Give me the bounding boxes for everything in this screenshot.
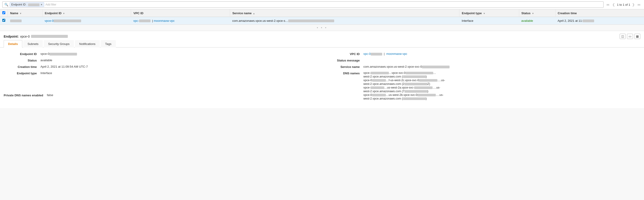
detail-service-name-value: com.amazonaws.vpce.us-west-2.vpce-svc-0 [363, 65, 640, 68]
row-checkbox-cell [0, 17, 8, 24]
detail-vpc-id-link[interactable]: vpc-0 [363, 52, 382, 56]
detail-icon-btn-2[interactable]: ▭ [627, 34, 633, 39]
d5b2 [414, 87, 432, 89]
tab-notifications[interactable]: Notifications [75, 40, 100, 47]
dns-name-item-4: west-2.vpce.amazonaws.com (2 Z) [363, 82, 640, 86]
detail-right-col: VPC ID vpc-0 | moonmaxw-vpc Status messa… [326, 52, 640, 103]
row-name-blur [10, 19, 22, 22]
col-endpoint-id-sort-icon[interactable]: ▾ [63, 12, 64, 15]
select-all-col [0, 9, 8, 17]
row-creation-time-blur [583, 19, 594, 22]
col-status-label: Status [522, 11, 531, 15]
detail-dns-names-label: DNS names [326, 71, 363, 75]
detail-vpc-id-blur [371, 53, 382, 56]
detail-vpc-id-value: vpc-0 | moonmaxw-vpc [363, 52, 640, 56]
select-all-checkbox[interactable] [2, 11, 5, 14]
search-icon: 🔍 [4, 3, 8, 6]
dns-name-item-6: west-2.vpce.amazonaws.com (7 ) [363, 90, 640, 93]
col-service-name-label: Service name [232, 11, 252, 15]
add-filter-label[interactable]: Add filter [46, 3, 56, 6]
detail-status-label: Status [4, 59, 40, 62]
endpoints-table-wrapper: Name ▾ Endpoint ID ▾ VPC ID Service name… [0, 9, 644, 25]
row-endpoint-type-cell: Interface [460, 17, 519, 24]
row-endpoint-type-value: Interface [462, 19, 474, 22]
tab-security-groups[interactable]: Security Groups [44, 40, 74, 47]
d3b1 [372, 79, 386, 82]
detail-body: Endpoint ID vpce-0 Status available Crea… [0, 47, 644, 108]
row-service-name-text: com.amazonaws.vpce.us-west-2.vpce-s… [232, 19, 288, 22]
search-box[interactable]: 🔍 Endpoint ID : ✕ Add filter [2, 1, 604, 8]
detail-service-name-label: Service name [326, 65, 363, 69]
row-vpc-id-cell: vpc- | moonmaxw-vpc [131, 17, 230, 24]
pagination-first-button[interactable]: ⏮ [606, 2, 610, 7]
detail-header: Endpoint: vpce-0 ◫ ▭ ▩ [0, 31, 644, 39]
resize-divider[interactable]: • • • [0, 25, 644, 31]
detail-icon-btn-1[interactable]: ◫ [620, 34, 626, 39]
row-status-cell: available [519, 17, 555, 24]
active-filter-tag: Endpoint ID : ✕ [10, 2, 44, 7]
filter-bar: 🔍 Endpoint ID : ✕ Add filter ⏮ ❮ 1 to 1 … [0, 0, 644, 9]
col-status-sort-icon[interactable]: ▾ [532, 12, 534, 15]
detail-endpoint-id-blur [50, 53, 77, 56]
detail-endpoint-id-value: vpce-0 [40, 52, 318, 56]
detail-endpoint-id-row: Endpoint ID vpce-0 [4, 52, 318, 56]
detail-endpoint-type-row: Endpoint type Interface [4, 71, 318, 75]
row-endpoint-id-blur [54, 19, 81, 22]
row-creation-time-value: April 2, 2021 at 11: [558, 19, 583, 22]
detail-tabs-bar: Details Subnets Security Groups Notifica… [0, 40, 644, 47]
dns-name-item-5: vpce- …us-west-2a.vpce-svc- ….us- [363, 86, 640, 89]
col-name-sort-icon[interactable]: ▾ [20, 12, 21, 15]
d8b1 [403, 98, 426, 100]
pagination-label: 1 to 1 of 1 [617, 3, 630, 6]
detail-icon-btn-3[interactable]: ▩ [634, 34, 640, 39]
detail-endpoint-type-label: Endpoint type [4, 71, 40, 75]
d2b1 [403, 76, 426, 78]
detail-dns-names-row: DNS names vpce- …vpce-svc-0 … west-2.vpc… [326, 71, 640, 101]
detail-vpc-id-row: VPC ID vpc-0 | moonmaxw-vpc [326, 52, 640, 56]
detail-creation-time-row: Creation time April 2, 2021 at 11:09:54 … [4, 65, 318, 69]
detail-title-blur [31, 35, 68, 38]
detail-service-name-row: Service name com.amazonaws.vpce.us-west-… [326, 65, 640, 69]
row-service-name-blur [288, 19, 334, 22]
endpoint-detail-panel: Endpoint: vpce-0 ◫ ▭ ▩ Details Subnets S… [0, 31, 644, 108]
filter-tag-text: Endpoint ID : [11, 3, 40, 6]
row-creation-time-cell: April 2, 2021 at 11: [555, 17, 644, 24]
dns-name-item-7: vpce-0 …us-west-2b.vpce-svc-0 ….us- [363, 93, 640, 97]
col-vpc-id: VPC ID [131, 9, 230, 17]
detail-vpc-name-link[interactable]: moonmaxw-vpc [386, 52, 407, 56]
detail-status-msg-label: Status message [326, 59, 363, 62]
d6b1 [404, 90, 428, 93]
endpoints-table: Name ▾ Endpoint ID ▾ VPC ID Service name… [0, 9, 644, 24]
d4b1 [404, 83, 428, 85]
tab-details[interactable]: Details [4, 40, 22, 47]
row-vpc-id-link[interactable]: vpc- [133, 19, 139, 22]
detail-title-label: Endpoint: [4, 35, 18, 38]
dns-name-item-2: west-2.vpce.amazonaws.com ( ) [363, 75, 640, 78]
detail-left-col: Endpoint ID vpce-0 Status available Crea… [4, 52, 318, 103]
pagination-next-button[interactable]: ❯ [631, 2, 636, 7]
detail-creation-time-label: Creation time [4, 65, 40, 69]
filter-tag-close-icon[interactable]: ✕ [40, 3, 42, 6]
detail-status-value: available [40, 59, 318, 62]
row-vpc-name-link[interactable]: moonmaxw-vpc [154, 19, 175, 22]
pagination-prev-button[interactable]: ❮ [611, 2, 616, 7]
col-endpoint-type-sort-icon[interactable]: ▾ [484, 12, 485, 15]
pagination-last-button[interactable]: ⏭ [637, 2, 642, 7]
table-row[interactable]: vpce-0 vpc- | moonmaxw-vpc com.amazonaws… [0, 17, 644, 24]
row-status-value: available [521, 19, 533, 22]
col-endpoint-type-label: Endpoint type [462, 11, 482, 15]
d1b2 [406, 72, 433, 74]
detail-creation-time-value: April 2, 2021 at 11:09:54 AM UTC-7 [40, 65, 318, 68]
detail-endpoint-id-label: Endpoint ID [4, 52, 40, 56]
dns-name-item-1: vpce- …vpce-svc-0 … [363, 71, 640, 75]
col-service-name-sort-icon[interactable]: ▴ [253, 12, 254, 15]
d1b1 [370, 72, 389, 74]
tab-tags[interactable]: Tags [101, 40, 116, 47]
col-service-name: Service name ▴ [230, 9, 459, 17]
detail-title: Endpoint: vpce-0 [4, 35, 68, 38]
tab-subnets[interactable]: Subnets [23, 40, 43, 47]
row-service-name-cell: com.amazonaws.vpce.us-west-2.vpce-s… [230, 17, 459, 24]
row-checkbox[interactable] [2, 19, 5, 22]
detail-private-dns-label: Private DNS names enabled [4, 93, 47, 97]
detail-private-dns-row: Private DNS names enabled false [4, 93, 318, 97]
